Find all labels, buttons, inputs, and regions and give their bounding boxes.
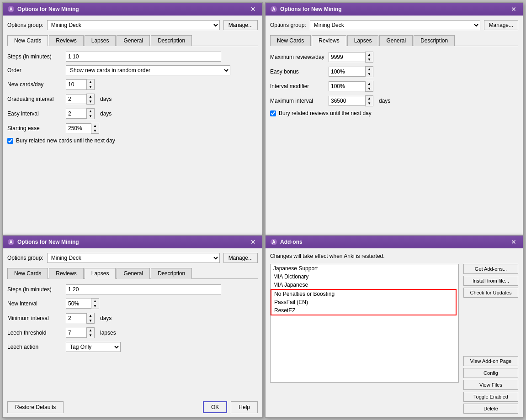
tab-lapses-tr[interactable]: Lapses [347, 35, 379, 46]
tab-reviews-tl[interactable]: Reviews [49, 35, 83, 46]
addon-no-penalties[interactable]: No Penalties or Boosting [271, 290, 456, 298]
options-group-select-tl[interactable]: Mining Deck [47, 20, 220, 30]
new-interval-input-bl[interactable] [66, 299, 91, 309]
options-group-select-tr[interactable]: Mining Deck [310, 20, 480, 30]
steps-input-bl[interactable] [66, 284, 221, 294]
starting-ease-input-tl[interactable] [66, 123, 91, 133]
tab-lapses-bl[interactable]: Lapses [85, 268, 116, 279]
steps-input-tl[interactable] [66, 52, 221, 62]
max-interval-up[interactable]: ▲ [366, 96, 373, 101]
addon-passfail[interactable]: PassFail (EN) [271, 298, 456, 306]
options-group-select-bl[interactable]: Mining Deck [47, 253, 220, 263]
config-btn[interactable]: Config [463, 368, 518, 378]
max-reviews-down[interactable]: ▼ [366, 57, 373, 62]
bottom-left-title: Options for New Mining [17, 239, 79, 245]
new-cards-day-down[interactable]: ▼ [87, 84, 94, 89]
new-cards-day-up[interactable]: ▲ [87, 79, 94, 84]
bury-new-cards-checkbox-tl[interactable] [7, 138, 13, 144]
manage-btn-bl[interactable]: Manage... [223, 253, 258, 263]
easy-bonus-up[interactable]: ▲ [366, 67, 373, 72]
max-interval-spinner-tr: ▲ ▼ [365, 95, 373, 106]
easy-bonus-input-tr[interactable] [329, 67, 365, 77]
toggle-enabled-btn[interactable]: Toggle Enabled [463, 392, 518, 402]
min-interval-down[interactable]: ▼ [87, 318, 94, 323]
install-from-file-btn[interactable]: Install from file... [463, 276, 518, 286]
min-interval-label-bl: Minimum interval [7, 315, 62, 321]
tab-new-cards-tr[interactable]: New Cards [270, 35, 311, 46]
addon-mia-japanese[interactable]: MIA Japanese [271, 281, 458, 289]
new-interval-down[interactable]: ▼ [91, 304, 99, 309]
addon-resetez[interactable]: ResetEZ [271, 306, 456, 315]
max-interval-down[interactable]: ▼ [366, 101, 373, 106]
manage-btn-tl[interactable]: Manage... [223, 20, 258, 30]
grad-interval-up[interactable]: ▲ [87, 94, 94, 99]
min-interval-spinner-bl: ▲ ▼ [86, 313, 95, 324]
leech-action-select-bl[interactable]: Tag Only Suspend Card [66, 342, 121, 352]
easy-bonus-spinner-tr: ▲ ▼ [365, 66, 373, 77]
leech-action-label-bl: Leech action [7, 344, 62, 350]
min-interval-up[interactable]: ▲ [87, 313, 94, 318]
easy-interval-up[interactable]: ▲ [87, 109, 94, 114]
tabs-tr: New Cards Reviews Lapses General Descrip… [270, 35, 518, 46]
interval-modifier-down[interactable]: ▼ [366, 86, 373, 91]
easy-interval-input-tl[interactable] [66, 109, 86, 119]
leech-threshold-input-bl[interactable] [66, 328, 86, 338]
tab-reviews-bl[interactable]: Reviews [49, 268, 83, 279]
bury-reviews-label-tr: Bury related reviews until the next day [279, 110, 372, 116]
bottom-left-close[interactable]: ✕ [249, 239, 258, 245]
max-interval-input-tr[interactable] [329, 96, 365, 106]
tab-description-tr[interactable]: Description [414, 35, 455, 46]
leech-threshold-down[interactable]: ▼ [87, 333, 94, 338]
tabs-bl: New Cards Reviews Lapses General Descrip… [7, 268, 258, 279]
steps-label-bl: Steps (in minutes) [7, 286, 62, 293]
get-addons-btn[interactable]: Get Add-ons... [463, 264, 518, 274]
ok-btn-bl[interactable]: OK [203, 401, 227, 413]
addon-mia-dictionary[interactable]: MIA Dictionary [271, 273, 458, 281]
interval-modifier-up[interactable]: ▲ [366, 81, 373, 86]
bury-reviews-checkbox-tr[interactable] [270, 110, 276, 116]
view-files-btn[interactable]: View Files [463, 380, 518, 390]
options-group-label-bl: Options group: [7, 255, 43, 261]
grad-interval-input-tl[interactable] [66, 94, 86, 104]
svg-text:A: A [9, 240, 12, 245]
leech-threshold-label-bl: Leech threshold [7, 330, 62, 336]
tab-new-cards-bl[interactable]: New Cards [7, 268, 48, 279]
tab-reviews-tr[interactable]: Reviews [312, 35, 346, 46]
bottom-right-close[interactable]: ✕ [509, 239, 518, 245]
tab-new-cards-tl[interactable]: New Cards [7, 35, 48, 46]
min-interval-input-bl[interactable] [66, 313, 86, 323]
manage-btn-tr[interactable]: Manage... [484, 20, 518, 30]
interval-modifier-input-tr[interactable] [329, 81, 365, 91]
tab-description-bl[interactable]: Description [151, 268, 192, 279]
restore-defaults-btn-bl[interactable]: Restore Defaults [7, 401, 64, 413]
addon-japanese-support[interactable]: Japanese Support [271, 264, 458, 273]
anki-title-icon-br: A [270, 238, 277, 246]
tab-general-tr[interactable]: General [379, 35, 413, 46]
top-left-close[interactable]: ✕ [249, 6, 258, 12]
new-cards-day-input-tl[interactable] [66, 79, 86, 89]
easy-bonus-down[interactable]: ▼ [366, 72, 373, 77]
max-reviews-up[interactable]: ▲ [366, 52, 373, 57]
starting-ease-down[interactable]: ▼ [91, 128, 99, 133]
leech-threshold-up[interactable]: ▲ [87, 328, 94, 333]
easy-interval-down[interactable]: ▼ [87, 114, 94, 119]
tab-description-tl[interactable]: Description [151, 35, 192, 46]
help-btn-bl[interactable]: Help [231, 401, 258, 413]
new-interval-label-bl: New interval [7, 300, 62, 307]
anki-title-icon-tr: A [270, 5, 277, 13]
top-right-window: A Options for New Mining ✕ Options group… [265, 2, 523, 235]
grad-interval-down[interactable]: ▼ [87, 99, 94, 104]
delete-btn[interactable]: Delete [463, 404, 518, 414]
order-select-tl[interactable]: Show new cards in random order Show new … [66, 65, 230, 75]
max-reviews-input-tr[interactable] [329, 52, 365, 62]
bottom-right-titlebar: A Add-ons ✕ [266, 236, 523, 248]
new-interval-up[interactable]: ▲ [91, 299, 99, 304]
tab-general-tl[interactable]: General [117, 35, 150, 46]
tab-lapses-tl[interactable]: Lapses [85, 35, 116, 46]
top-right-close[interactable]: ✕ [509, 6, 518, 12]
view-addon-page-btn[interactable]: View Add-on Page [463, 356, 518, 366]
addons-sidebar: Get Add-ons... Install from file... Chec… [463, 264, 518, 414]
tab-general-bl[interactable]: General [117, 268, 150, 279]
check-for-updates-btn[interactable]: Check for Updates [463, 288, 518, 298]
starting-ease-up[interactable]: ▲ [91, 123, 99, 128]
